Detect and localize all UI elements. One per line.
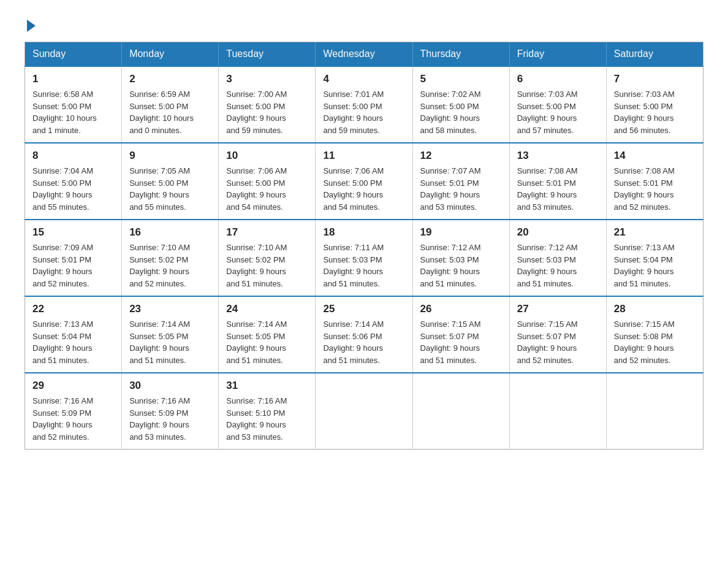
day-info: Sunrise: 7:15 AM Sunset: 5:07 PM Dayligh… bbox=[517, 318, 599, 366]
day-number: 9 bbox=[129, 150, 211, 162]
calendar-cell: 30Sunrise: 7:16 AM Sunset: 5:09 PM Dayli… bbox=[122, 373, 219, 450]
day-info: Sunrise: 7:03 AM Sunset: 5:00 PM Dayligh… bbox=[517, 88, 599, 136]
day-number: 31 bbox=[226, 380, 308, 392]
calendar-cell: 9Sunrise: 7:05 AM Sunset: 5:00 PM Daylig… bbox=[122, 143, 219, 220]
day-number: 10 bbox=[226, 150, 308, 162]
calendar-cell bbox=[509, 373, 606, 450]
calendar-cell: 6Sunrise: 7:03 AM Sunset: 5:00 PM Daylig… bbox=[509, 66, 606, 143]
calendar-week-row: 22Sunrise: 7:13 AM Sunset: 5:04 PM Dayli… bbox=[25, 296, 703, 373]
calendar-cell: 23Sunrise: 7:14 AM Sunset: 5:05 PM Dayli… bbox=[122, 296, 219, 373]
day-number: 8 bbox=[32, 150, 114, 162]
calendar-header-row: SundayMondayTuesdayWednesdayThursdayFrid… bbox=[25, 42, 703, 67]
day-number: 14 bbox=[614, 150, 696, 162]
calendar-week-row: 29Sunrise: 7:16 AM Sunset: 5:09 PM Dayli… bbox=[25, 373, 703, 450]
day-number: 2 bbox=[129, 73, 211, 85]
calendar-cell: 17Sunrise: 7:10 AM Sunset: 5:02 PM Dayli… bbox=[219, 220, 316, 296]
day-info: Sunrise: 7:13 AM Sunset: 5:04 PM Dayligh… bbox=[614, 242, 696, 289]
day-number: 26 bbox=[420, 303, 502, 315]
calendar-header-thursday: Thursday bbox=[412, 42, 509, 67]
calendar-cell: 19Sunrise: 7:12 AM Sunset: 5:03 PM Dayli… bbox=[412, 220, 509, 296]
day-number: 4 bbox=[323, 73, 404, 85]
day-info: Sunrise: 7:04 AM Sunset: 5:00 PM Dayligh… bbox=[32, 165, 114, 213]
calendar-cell: 29Sunrise: 7:16 AM Sunset: 5:09 PM Dayli… bbox=[25, 373, 122, 450]
calendar-cell bbox=[412, 373, 509, 450]
calendar-cell: 28Sunrise: 7:15 AM Sunset: 5:08 PM Dayli… bbox=[606, 296, 703, 373]
calendar-cell: 1Sunrise: 6:58 AM Sunset: 5:00 PM Daylig… bbox=[25, 66, 122, 143]
day-info: Sunrise: 7:12 AM Sunset: 5:03 PM Dayligh… bbox=[420, 242, 502, 289]
day-info: Sunrise: 7:03 AM Sunset: 5:00 PM Dayligh… bbox=[614, 88, 696, 136]
day-info: Sunrise: 7:16 AM Sunset: 5:09 PM Dayligh… bbox=[32, 395, 114, 443]
day-number: 25 bbox=[323, 303, 404, 315]
calendar-cell: 4Sunrise: 7:01 AM Sunset: 5:00 PM Daylig… bbox=[316, 66, 412, 143]
day-number: 30 bbox=[129, 380, 211, 392]
calendar-header-monday: Monday bbox=[122, 42, 219, 67]
day-info: Sunrise: 7:11 AM Sunset: 5:03 PM Dayligh… bbox=[323, 242, 404, 289]
day-info: Sunrise: 7:01 AM Sunset: 5:00 PM Dayligh… bbox=[323, 88, 404, 136]
calendar-header-friday: Friday bbox=[509, 42, 606, 67]
day-info: Sunrise: 7:02 AM Sunset: 5:00 PM Dayligh… bbox=[420, 88, 502, 136]
calendar-cell bbox=[606, 373, 703, 450]
calendar-cell: 7Sunrise: 7:03 AM Sunset: 5:00 PM Daylig… bbox=[606, 66, 703, 143]
calendar-header-tuesday: Tuesday bbox=[219, 42, 316, 67]
calendar-cell bbox=[316, 373, 412, 450]
calendar-cell: 2Sunrise: 6:59 AM Sunset: 5:00 PM Daylig… bbox=[122, 66, 219, 143]
calendar-cell: 18Sunrise: 7:11 AM Sunset: 5:03 PM Dayli… bbox=[316, 220, 412, 296]
calendar-cell: 10Sunrise: 7:06 AM Sunset: 5:00 PM Dayli… bbox=[219, 143, 316, 220]
calendar-cell: 24Sunrise: 7:14 AM Sunset: 5:05 PM Dayli… bbox=[219, 296, 316, 373]
day-number: 28 bbox=[614, 303, 696, 315]
day-number: 5 bbox=[420, 73, 502, 85]
day-number: 12 bbox=[420, 150, 502, 162]
day-info: Sunrise: 7:16 AM Sunset: 5:10 PM Dayligh… bbox=[226, 395, 308, 443]
calendar-header-wednesday: Wednesday bbox=[316, 42, 412, 67]
day-number: 24 bbox=[226, 303, 308, 315]
calendar-week-row: 15Sunrise: 7:09 AM Sunset: 5:01 PM Dayli… bbox=[25, 220, 703, 296]
calendar-cell: 26Sunrise: 7:15 AM Sunset: 5:07 PM Dayli… bbox=[412, 296, 509, 373]
calendar-week-row: 1Sunrise: 6:58 AM Sunset: 5:00 PM Daylig… bbox=[25, 66, 703, 143]
day-info: Sunrise: 7:12 AM Sunset: 5:03 PM Dayligh… bbox=[517, 242, 599, 289]
day-number: 7 bbox=[614, 73, 696, 85]
day-info: Sunrise: 7:05 AM Sunset: 5:00 PM Dayligh… bbox=[129, 165, 211, 213]
day-info: Sunrise: 6:58 AM Sunset: 5:00 PM Dayligh… bbox=[32, 88, 114, 136]
day-number: 15 bbox=[32, 226, 114, 239]
day-info: Sunrise: 6:59 AM Sunset: 5:00 PM Dayligh… bbox=[129, 88, 211, 136]
day-number: 19 bbox=[420, 226, 502, 239]
calendar-cell: 11Sunrise: 7:06 AM Sunset: 5:00 PM Dayli… bbox=[316, 143, 412, 220]
day-number: 3 bbox=[226, 73, 308, 85]
day-number: 22 bbox=[32, 303, 114, 315]
day-number: 13 bbox=[517, 150, 599, 162]
calendar-cell: 5Sunrise: 7:02 AM Sunset: 5:00 PM Daylig… bbox=[412, 66, 509, 143]
calendar-cell: 16Sunrise: 7:10 AM Sunset: 5:02 PM Dayli… bbox=[122, 220, 219, 296]
logo bbox=[25, 18, 36, 29]
calendar-cell: 14Sunrise: 7:08 AM Sunset: 5:01 PM Dayli… bbox=[606, 143, 703, 220]
day-number: 29 bbox=[32, 380, 114, 392]
day-info: Sunrise: 7:07 AM Sunset: 5:01 PM Dayligh… bbox=[420, 165, 502, 213]
calendar-cell: 25Sunrise: 7:14 AM Sunset: 5:06 PM Dayli… bbox=[316, 296, 412, 373]
calendar-cell: 15Sunrise: 7:09 AM Sunset: 5:01 PM Dayli… bbox=[25, 220, 122, 296]
calendar-cell: 20Sunrise: 7:12 AM Sunset: 5:03 PM Dayli… bbox=[509, 220, 606, 296]
day-info: Sunrise: 7:14 AM Sunset: 5:05 PM Dayligh… bbox=[129, 318, 211, 366]
calendar-table: SundayMondayTuesdayWednesdayThursdayFrid… bbox=[25, 42, 703, 450]
day-info: Sunrise: 7:14 AM Sunset: 5:06 PM Dayligh… bbox=[323, 318, 404, 366]
day-number: 1 bbox=[32, 73, 114, 85]
page-header bbox=[25, 18, 703, 29]
day-info: Sunrise: 7:10 AM Sunset: 5:02 PM Dayligh… bbox=[226, 242, 308, 289]
day-number: 20 bbox=[517, 226, 599, 239]
calendar-cell: 21Sunrise: 7:13 AM Sunset: 5:04 PM Dayli… bbox=[606, 220, 703, 296]
calendar-cell: 13Sunrise: 7:08 AM Sunset: 5:01 PM Dayli… bbox=[509, 143, 606, 220]
day-number: 16 bbox=[129, 226, 211, 239]
calendar-cell: 22Sunrise: 7:13 AM Sunset: 5:04 PM Dayli… bbox=[25, 296, 122, 373]
day-number: 21 bbox=[614, 226, 696, 239]
day-info: Sunrise: 7:16 AM Sunset: 5:09 PM Dayligh… bbox=[129, 395, 211, 443]
day-number: 18 bbox=[323, 226, 404, 239]
calendar-week-row: 8Sunrise: 7:04 AM Sunset: 5:00 PM Daylig… bbox=[25, 143, 703, 220]
day-info: Sunrise: 7:10 AM Sunset: 5:02 PM Dayligh… bbox=[129, 242, 211, 289]
calendar-cell: 31Sunrise: 7:16 AM Sunset: 5:10 PM Dayli… bbox=[219, 373, 316, 450]
calendar-cell: 8Sunrise: 7:04 AM Sunset: 5:00 PM Daylig… bbox=[25, 143, 122, 220]
day-info: Sunrise: 7:06 AM Sunset: 5:00 PM Dayligh… bbox=[226, 165, 308, 213]
day-info: Sunrise: 7:13 AM Sunset: 5:04 PM Dayligh… bbox=[32, 318, 114, 366]
calendar-header-saturday: Saturday bbox=[606, 42, 703, 67]
day-info: Sunrise: 7:08 AM Sunset: 5:01 PM Dayligh… bbox=[517, 165, 599, 213]
calendar-cell: 27Sunrise: 7:15 AM Sunset: 5:07 PM Dayli… bbox=[509, 296, 606, 373]
day-number: 27 bbox=[517, 303, 599, 315]
calendar-cell: 12Sunrise: 7:07 AM Sunset: 5:01 PM Dayli… bbox=[412, 143, 509, 220]
